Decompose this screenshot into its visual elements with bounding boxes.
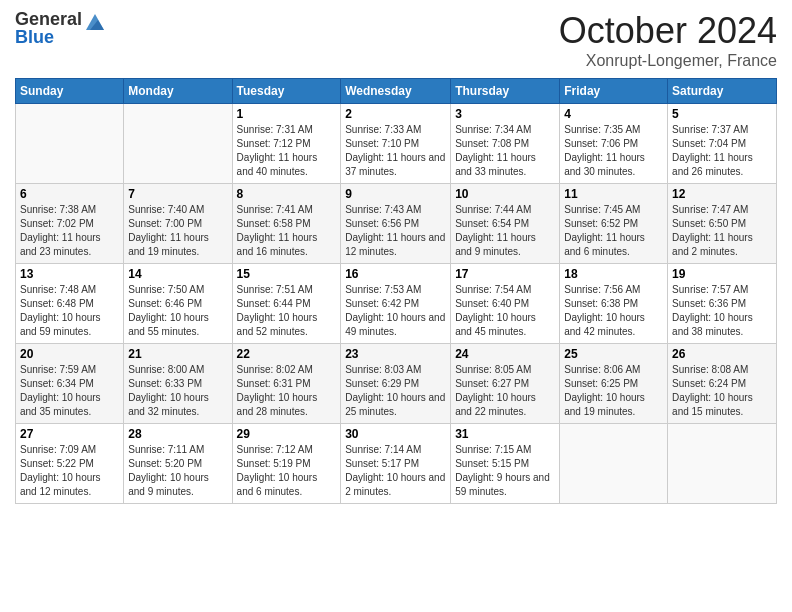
table-row: 4Sunrise: 7:35 AM Sunset: 7:06 PM Daylig… [560, 104, 668, 184]
day-number: 27 [20, 427, 119, 441]
table-row [560, 424, 668, 504]
day-info: Sunrise: 7:11 AM Sunset: 5:20 PM Dayligh… [128, 443, 227, 499]
day-info: Sunrise: 8:06 AM Sunset: 6:25 PM Dayligh… [564, 363, 663, 419]
day-info: Sunrise: 7:47 AM Sunset: 6:50 PM Dayligh… [672, 203, 772, 259]
calendar-week-row: 1Sunrise: 7:31 AM Sunset: 7:12 PM Daylig… [16, 104, 777, 184]
day-info: Sunrise: 7:44 AM Sunset: 6:54 PM Dayligh… [455, 203, 555, 259]
day-info: Sunrise: 7:59 AM Sunset: 6:34 PM Dayligh… [20, 363, 119, 419]
day-number: 8 [237, 187, 337, 201]
day-info: Sunrise: 7:56 AM Sunset: 6:38 PM Dayligh… [564, 283, 663, 339]
day-number: 19 [672, 267, 772, 281]
day-info: Sunrise: 7:50 AM Sunset: 6:46 PM Dayligh… [128, 283, 227, 339]
table-row: 22Sunrise: 8:02 AM Sunset: 6:31 PM Dayli… [232, 344, 341, 424]
day-number: 21 [128, 347, 227, 361]
day-number: 31 [455, 427, 555, 441]
logo-icon [84, 12, 106, 38]
table-row: 5Sunrise: 7:37 AM Sunset: 7:04 PM Daylig… [668, 104, 777, 184]
table-row: 7Sunrise: 7:40 AM Sunset: 7:00 PM Daylig… [124, 184, 232, 264]
day-number: 29 [237, 427, 337, 441]
day-number: 13 [20, 267, 119, 281]
day-number: 18 [564, 267, 663, 281]
page: General Blue October 2024 Xonrupt-Longem… [0, 0, 792, 612]
day-number: 24 [455, 347, 555, 361]
table-row [124, 104, 232, 184]
day-number: 1 [237, 107, 337, 121]
calendar-week-row: 20Sunrise: 7:59 AM Sunset: 6:34 PM Dayli… [16, 344, 777, 424]
day-info: Sunrise: 8:03 AM Sunset: 6:29 PM Dayligh… [345, 363, 446, 419]
table-row: 21Sunrise: 8:00 AM Sunset: 6:33 PM Dayli… [124, 344, 232, 424]
day-number: 26 [672, 347, 772, 361]
day-number: 9 [345, 187, 446, 201]
day-info: Sunrise: 7:38 AM Sunset: 7:02 PM Dayligh… [20, 203, 119, 259]
calendar-week-row: 6Sunrise: 7:38 AM Sunset: 7:02 PM Daylig… [16, 184, 777, 264]
day-info: Sunrise: 7:37 AM Sunset: 7:04 PM Dayligh… [672, 123, 772, 179]
day-number: 2 [345, 107, 446, 121]
day-number: 4 [564, 107, 663, 121]
table-row: 28Sunrise: 7:11 AM Sunset: 5:20 PM Dayli… [124, 424, 232, 504]
day-number: 20 [20, 347, 119, 361]
day-info: Sunrise: 7:15 AM Sunset: 5:15 PM Dayligh… [455, 443, 555, 499]
day-info: Sunrise: 7:33 AM Sunset: 7:10 PM Dayligh… [345, 123, 446, 179]
table-row: 19Sunrise: 7:57 AM Sunset: 6:36 PM Dayli… [668, 264, 777, 344]
logo-blue: Blue [15, 28, 82, 46]
day-info: Sunrise: 7:57 AM Sunset: 6:36 PM Dayligh… [672, 283, 772, 339]
day-number: 10 [455, 187, 555, 201]
day-number: 12 [672, 187, 772, 201]
table-row: 20Sunrise: 7:59 AM Sunset: 6:34 PM Dayli… [16, 344, 124, 424]
table-row: 3Sunrise: 7:34 AM Sunset: 7:08 PM Daylig… [451, 104, 560, 184]
table-row [16, 104, 124, 184]
day-info: Sunrise: 7:48 AM Sunset: 6:48 PM Dayligh… [20, 283, 119, 339]
table-row: 2Sunrise: 7:33 AM Sunset: 7:10 PM Daylig… [341, 104, 451, 184]
day-number: 30 [345, 427, 446, 441]
day-number: 14 [128, 267, 227, 281]
day-info: Sunrise: 7:54 AM Sunset: 6:40 PM Dayligh… [455, 283, 555, 339]
col-thursday: Thursday [451, 79, 560, 104]
day-number: 5 [672, 107, 772, 121]
col-wednesday: Wednesday [341, 79, 451, 104]
table-row: 15Sunrise: 7:51 AM Sunset: 6:44 PM Dayli… [232, 264, 341, 344]
logo-area: General Blue [15, 10, 106, 46]
day-info: Sunrise: 7:34 AM Sunset: 7:08 PM Dayligh… [455, 123, 555, 179]
day-info: Sunrise: 7:53 AM Sunset: 6:42 PM Dayligh… [345, 283, 446, 339]
day-number: 17 [455, 267, 555, 281]
day-info: Sunrise: 7:35 AM Sunset: 7:06 PM Dayligh… [564, 123, 663, 179]
day-info: Sunrise: 7:40 AM Sunset: 7:00 PM Dayligh… [128, 203, 227, 259]
calendar-week-row: 13Sunrise: 7:48 AM Sunset: 6:48 PM Dayli… [16, 264, 777, 344]
header: General Blue October 2024 Xonrupt-Longem… [15, 10, 777, 70]
table-row: 31Sunrise: 7:15 AM Sunset: 5:15 PM Dayli… [451, 424, 560, 504]
day-number: 22 [237, 347, 337, 361]
day-info: Sunrise: 7:43 AM Sunset: 6:56 PM Dayligh… [345, 203, 446, 259]
table-row: 10Sunrise: 7:44 AM Sunset: 6:54 PM Dayli… [451, 184, 560, 264]
day-number: 11 [564, 187, 663, 201]
col-monday: Monday [124, 79, 232, 104]
table-row: 18Sunrise: 7:56 AM Sunset: 6:38 PM Dayli… [560, 264, 668, 344]
table-row: 23Sunrise: 8:03 AM Sunset: 6:29 PM Dayli… [341, 344, 451, 424]
day-number: 3 [455, 107, 555, 121]
calendar-header-row: Sunday Monday Tuesday Wednesday Thursday… [16, 79, 777, 104]
table-row: 17Sunrise: 7:54 AM Sunset: 6:40 PM Dayli… [451, 264, 560, 344]
day-number: 25 [564, 347, 663, 361]
day-info: Sunrise: 7:45 AM Sunset: 6:52 PM Dayligh… [564, 203, 663, 259]
day-info: Sunrise: 8:02 AM Sunset: 6:31 PM Dayligh… [237, 363, 337, 419]
table-row: 12Sunrise: 7:47 AM Sunset: 6:50 PM Dayli… [668, 184, 777, 264]
table-row: 30Sunrise: 7:14 AM Sunset: 5:17 PM Dayli… [341, 424, 451, 504]
day-info: Sunrise: 7:14 AM Sunset: 5:17 PM Dayligh… [345, 443, 446, 499]
day-info: Sunrise: 8:00 AM Sunset: 6:33 PM Dayligh… [128, 363, 227, 419]
logo-general: General [15, 10, 82, 28]
day-number: 15 [237, 267, 337, 281]
table-row: 29Sunrise: 7:12 AM Sunset: 5:19 PM Dayli… [232, 424, 341, 504]
table-row: 24Sunrise: 8:05 AM Sunset: 6:27 PM Dayli… [451, 344, 560, 424]
day-number: 6 [20, 187, 119, 201]
day-info: Sunrise: 7:09 AM Sunset: 5:22 PM Dayligh… [20, 443, 119, 499]
table-row: 1Sunrise: 7:31 AM Sunset: 7:12 PM Daylig… [232, 104, 341, 184]
table-row: 9Sunrise: 7:43 AM Sunset: 6:56 PM Daylig… [341, 184, 451, 264]
col-friday: Friday [560, 79, 668, 104]
table-row: 14Sunrise: 7:50 AM Sunset: 6:46 PM Dayli… [124, 264, 232, 344]
day-info: Sunrise: 7:51 AM Sunset: 6:44 PM Dayligh… [237, 283, 337, 339]
day-info: Sunrise: 8:05 AM Sunset: 6:27 PM Dayligh… [455, 363, 555, 419]
day-number: 23 [345, 347, 446, 361]
day-info: Sunrise: 7:31 AM Sunset: 7:12 PM Dayligh… [237, 123, 337, 179]
calendar-week-row: 27Sunrise: 7:09 AM Sunset: 5:22 PM Dayli… [16, 424, 777, 504]
table-row: 16Sunrise: 7:53 AM Sunset: 6:42 PM Dayli… [341, 264, 451, 344]
table-row: 6Sunrise: 7:38 AM Sunset: 7:02 PM Daylig… [16, 184, 124, 264]
